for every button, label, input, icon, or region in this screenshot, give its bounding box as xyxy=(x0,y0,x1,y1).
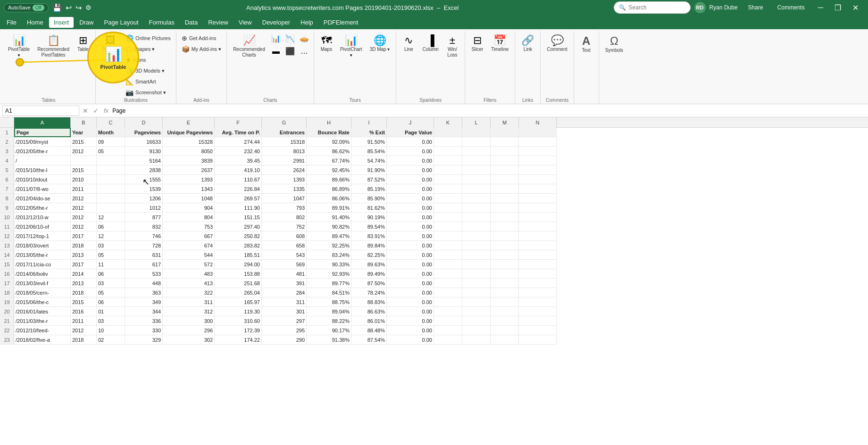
grid-cell[interactable]: 91.90% xyxy=(351,165,387,175)
grid-cell[interactable]: 5164 xyxy=(125,156,163,165)
grid-cell[interactable]: 185.51 xyxy=(215,250,262,260)
grid-cell[interactable]: 12 xyxy=(97,213,125,222)
grid-cell[interactable] xyxy=(462,184,491,194)
grid-cell[interactable]: 2017 xyxy=(71,231,97,241)
grid-cell[interactable] xyxy=(97,194,125,203)
smartart-button[interactable]: 📐 SmartArt xyxy=(123,76,173,87)
cell-g1[interactable]: Entrances xyxy=(262,128,307,137)
grid-cell[interactable]: 2018 xyxy=(71,241,97,250)
column-sparkline-button[interactable]: ▐ Column xyxy=(419,33,442,55)
grid-cell[interactable]: 832 xyxy=(125,222,163,231)
grid-cell[interactable]: 2013 xyxy=(71,279,97,288)
grid-cell[interactable] xyxy=(519,184,557,194)
line-chart-button[interactable]: 📉 xyxy=(284,33,297,44)
grid-cell[interactable]: /2011/03/the-r xyxy=(14,316,71,326)
grid-cell[interactable] xyxy=(434,213,462,222)
grid-cell[interactable] xyxy=(491,269,519,279)
grid-cell[interactable] xyxy=(434,156,462,165)
grid-cell[interactable]: /2010/10/dout xyxy=(14,175,71,184)
col-header-c[interactable]: C xyxy=(97,117,125,128)
grid-cell[interactable]: 0.00 xyxy=(387,279,434,288)
save-icon[interactable]: 💾 xyxy=(52,3,62,12)
grid-cell[interactable]: 2012 xyxy=(71,222,97,231)
grid-cell[interactable] xyxy=(434,241,462,250)
grid-cell[interactable]: 111.90 xyxy=(215,203,262,213)
slicer-button[interactable]: ⊟ Slicer xyxy=(468,33,487,55)
grid-cell[interactable]: 674 xyxy=(163,241,215,250)
formula-input[interactable] xyxy=(112,107,866,114)
grid-cell[interactable] xyxy=(434,260,462,269)
grid-cell[interactable]: 1335 xyxy=(262,184,307,194)
grid-cell[interactable] xyxy=(491,231,519,241)
grid-cell[interactable]: 03 xyxy=(97,316,125,326)
text-button[interactable]: A Text xyxy=(577,33,596,56)
grid-cell[interactable] xyxy=(462,203,491,213)
grid-cell[interactable] xyxy=(434,297,462,307)
grid-cell[interactable]: 0.00 xyxy=(387,297,434,307)
grid-cell[interactable] xyxy=(519,335,557,345)
grid-cell[interactable]: 2991 xyxy=(262,156,307,165)
grid-cell[interactable]: 05 xyxy=(97,147,125,156)
formula-cancel-icon[interactable]: ✕ xyxy=(81,107,90,115)
grid-cell[interactable] xyxy=(491,288,519,297)
grid-cell[interactable] xyxy=(491,316,519,326)
grid-cell[interactable]: 2017 xyxy=(71,260,97,269)
grid-cell[interactable]: 2838 xyxy=(125,165,163,175)
cell-reference-input[interactable] xyxy=(2,106,79,116)
screenshot-button[interactable]: 📷 Screenshot ▾ xyxy=(123,87,173,98)
formula-confirm-icon[interactable]: ✓ xyxy=(92,107,100,115)
grid-cell[interactable] xyxy=(462,231,491,241)
grid-cell[interactable] xyxy=(71,156,97,165)
grid-cell[interactable] xyxy=(491,156,519,165)
grid-cell[interactable]: 119.30 xyxy=(215,307,262,316)
menu-review[interactable]: Review xyxy=(203,17,233,28)
grid-cell[interactable] xyxy=(434,335,462,345)
search-box[interactable]: 🔍 xyxy=(614,1,691,14)
grid-cell[interactable]: 2012 xyxy=(71,213,97,222)
grid-cell[interactable] xyxy=(519,279,557,288)
link-button[interactable]: 🔗 Link xyxy=(518,33,537,55)
grid-cell[interactable]: 85.19% xyxy=(351,184,387,194)
grid-cell[interactable]: 02 xyxy=(97,335,125,345)
grid-cell[interactable]: 904 xyxy=(163,203,215,213)
restore-button[interactable]: ❒ xyxy=(829,0,847,15)
grid-cell[interactable]: 793 xyxy=(262,203,307,213)
grid-cell[interactable]: /2018/02/five-a xyxy=(14,335,71,345)
grid-cell[interactable]: 608 xyxy=(262,231,307,241)
grid-cell[interactable]: 250.82 xyxy=(215,231,262,241)
cell-k1[interactable] xyxy=(434,128,462,137)
grid-cell[interactable] xyxy=(434,184,462,194)
grid-cell[interactable]: 330 xyxy=(125,326,163,335)
grid-cell[interactable]: 746 xyxy=(125,231,163,241)
grid-cell[interactable]: 1343 xyxy=(163,184,215,194)
grid-cell[interactable]: /2012/10/feed- xyxy=(14,326,71,335)
menu-home[interactable]: Home xyxy=(22,17,48,28)
grid-cell[interactable]: /2014/06/boliv xyxy=(14,269,71,279)
grid-cell[interactable]: 481 xyxy=(262,269,307,279)
grid-cell[interactable] xyxy=(491,307,519,316)
minimize-button[interactable]: ─ xyxy=(812,0,829,15)
grid-cell[interactable]: /2012/04/do-se xyxy=(14,194,71,203)
grid-cell[interactable]: /2013/03/evil-f xyxy=(14,279,71,288)
grid-cell[interactable]: 301 xyxy=(262,307,307,316)
grid-cell[interactable]: 89.63% xyxy=(351,260,387,269)
grid-cell[interactable] xyxy=(491,222,519,231)
grid-cell[interactable]: 0.00 xyxy=(387,213,434,222)
redo-icon[interactable]: ↪ xyxy=(75,3,82,12)
grid-cell[interactable]: 92.45% xyxy=(307,165,351,175)
recommended-charts-button[interactable]: 📈 RecommendedCharts xyxy=(230,33,268,60)
grid-cell[interactable] xyxy=(491,165,519,175)
grid-cell[interactable]: /2018/05/cern- xyxy=(14,288,71,297)
grid-cell[interactable]: 251.68 xyxy=(215,279,262,288)
grid-cell[interactable]: /2017/12/top-1 xyxy=(14,231,71,241)
grid-cell[interactable]: 294.00 xyxy=(215,260,262,269)
grid-cell[interactable]: 54.74% xyxy=(351,156,387,165)
grid-cell[interactable]: 92.25% xyxy=(307,241,351,250)
grid-cell[interactable]: 631 xyxy=(125,250,163,260)
grid-cell[interactable]: 92.09% xyxy=(307,137,351,147)
grid-cell[interactable]: 877 xyxy=(125,213,163,222)
grid-cell[interactable]: 2011 xyxy=(71,316,97,326)
grid-cell[interactable] xyxy=(462,316,491,326)
grid-cell[interactable]: /2018/03/overt xyxy=(14,241,71,250)
grid-cell[interactable]: 15318 xyxy=(262,137,307,147)
